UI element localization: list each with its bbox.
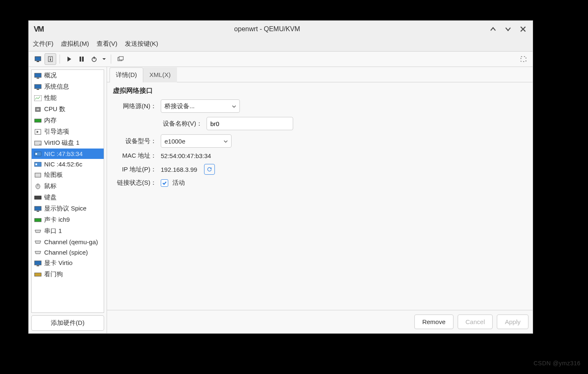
toolbar-separator xyxy=(60,54,60,64)
footer-buttons: Remove Cancel Apply xyxy=(107,310,533,333)
boot-icon xyxy=(34,129,42,135)
label-ip: IP 地址(P)： xyxy=(113,166,157,173)
sidebar-item-tablet[interactable]: 绘图板 xyxy=(32,169,104,181)
sound-icon xyxy=(34,217,42,223)
sidebar-item-channel-spice[interactable]: Channel (spice) xyxy=(32,247,104,258)
details-panel: 详情(D) XML(X) 虚拟网络接口 网络源(N)： 桥接设备... 设备名称… xyxy=(107,67,533,333)
play-icon[interactable] xyxy=(63,53,75,65)
console-button[interactable] xyxy=(32,53,44,65)
sidebar-item-label: NIC :47:b3:34 xyxy=(44,150,83,157)
sidebar-item-label: 鼠标 xyxy=(44,182,57,190)
add-hardware-button[interactable]: 添加硬件(D) xyxy=(31,315,104,331)
refresh-ip-button[interactable] xyxy=(204,164,215,175)
tabs: 详情(D) XML(X) xyxy=(107,67,533,82)
device-model-value: e1000e xyxy=(164,138,185,145)
details-button[interactable] xyxy=(45,53,56,65)
minimize-icon[interactable] xyxy=(489,25,497,33)
sidebar-item-sysinfo[interactable]: 系统信息 xyxy=(32,81,104,92)
sidebar-item-keyboard[interactable]: 键盘 xyxy=(32,192,104,203)
svg-rect-11 xyxy=(521,57,526,62)
sidebar-item-display[interactable]: 显示协议 Spice xyxy=(32,203,104,214)
apply-button[interactable]: Apply xyxy=(497,315,528,329)
sidebar-item-serial[interactable]: 串口 1 xyxy=(32,225,104,237)
device-name-input[interactable] xyxy=(207,117,293,130)
menu-view[interactable]: 查看(V) xyxy=(97,40,117,48)
titlebar: VM openwrt - QEMU/KVM xyxy=(29,21,533,37)
menubar: 文件(F) 虚拟机(M) 查看(V) 发送按键(K) xyxy=(29,37,533,51)
sidebar-item-disk[interactable]: VirtIO 磁盘 1 xyxy=(32,137,104,149)
svg-rect-10 xyxy=(119,57,123,60)
sidebar-item-label: 绘图板 xyxy=(44,171,63,179)
svg-rect-36 xyxy=(35,273,41,276)
remove-button[interactable]: Remove xyxy=(414,315,453,329)
memory-icon xyxy=(34,118,42,124)
fullscreen-icon[interactable] xyxy=(518,53,529,65)
close-icon[interactable] xyxy=(519,25,527,33)
sidebar-item-overview[interactable]: 概况 xyxy=(32,70,104,81)
svg-rect-26 xyxy=(35,163,37,165)
cancel-button[interactable]: Cancel xyxy=(458,315,493,329)
sidebar-item-performance[interactable]: 性能 xyxy=(32,92,104,104)
sidebar-item-memory[interactable]: 内存 xyxy=(32,115,104,126)
tab-xml[interactable]: XML(X) xyxy=(143,67,177,82)
svg-rect-1 xyxy=(37,61,39,62)
nic-icon xyxy=(34,161,42,167)
svg-rect-27 xyxy=(35,173,41,177)
monitor-icon xyxy=(34,260,42,266)
monitor-icon xyxy=(34,206,42,212)
snapshot-icon[interactable] xyxy=(115,53,126,65)
section-title: 虚拟网络接口 xyxy=(113,87,527,95)
svg-rect-6 xyxy=(82,57,84,62)
net-source-select[interactable]: 桥接设备... xyxy=(161,99,240,113)
label-link-state: 链接状态(S)： xyxy=(113,179,157,187)
power-icon[interactable] xyxy=(88,53,100,65)
device-model-select[interactable]: e1000e xyxy=(161,134,232,148)
svg-rect-31 xyxy=(35,206,41,211)
tab-details[interactable]: 详情(D) xyxy=(110,67,143,82)
sidebar-item-boot[interactable]: 引导选项 xyxy=(32,126,104,137)
link-state-value: 活动 xyxy=(172,179,185,187)
sidebar-item-label: 性能 xyxy=(44,94,57,102)
link-state-checkbox[interactable] xyxy=(161,179,168,187)
svg-rect-24 xyxy=(35,153,37,155)
sidebar-item-label: 引导选项 xyxy=(44,128,69,136)
sidebar-item-channel-qemu[interactable]: Channel (qemu-ga) xyxy=(32,237,104,247)
serial-icon xyxy=(34,250,42,255)
sidebar-item-label: 键盘 xyxy=(44,193,57,201)
monitor-icon xyxy=(34,84,42,90)
sidebar-item-cpus[interactable]: CPU 数 xyxy=(32,104,104,115)
toolbar-separator xyxy=(111,54,111,64)
label-mac: MAC 地址： xyxy=(113,152,157,160)
sidebar-item-label: Channel (spice) xyxy=(44,249,88,256)
sidebar-item-watchdog[interactable]: 看门狗 xyxy=(32,269,104,280)
sidebar-item-label: 显示协议 Spice xyxy=(44,205,87,213)
menu-sendkeys[interactable]: 发送按键(K) xyxy=(125,40,158,48)
menu-vm[interactable]: 虚拟机(M) xyxy=(61,40,89,48)
disk-icon xyxy=(34,140,42,146)
label-device-model: 设备型号： xyxy=(113,137,157,145)
svg-rect-32 xyxy=(37,211,39,212)
tablet-icon xyxy=(34,172,42,178)
sidebar-item-label: NIC :44:52:6c xyxy=(44,161,82,168)
pause-icon[interactable] xyxy=(76,53,87,65)
menu-file[interactable]: 文件(F) xyxy=(33,40,53,48)
svg-rect-19 xyxy=(35,119,41,122)
sidebar-item-mouse[interactable]: 鼠标 xyxy=(32,181,104,192)
keyboard-icon xyxy=(34,195,42,201)
sidebar-item-nic-1[interactable]: NIC :47:b3:34 xyxy=(32,149,104,159)
svg-rect-33 xyxy=(35,218,41,222)
sidebar-item-label: Channel (qemu-ga) xyxy=(44,238,98,245)
sidebar-item-label: 串口 1 xyxy=(44,227,62,235)
sidebar-item-label: 内存 xyxy=(44,116,57,124)
sidebar-item-sound[interactable]: 声卡 ich9 xyxy=(32,214,104,225)
maximize-icon[interactable] xyxy=(504,25,512,33)
sidebar-item-label: 显卡 Virtio xyxy=(44,259,72,267)
svg-point-3 xyxy=(50,57,51,58)
svg-rect-34 xyxy=(35,261,41,265)
sidebar-item-video[interactable]: 显卡 Virtio xyxy=(32,258,104,269)
app-window: VM openwrt - QEMU/KVM 文件(F) 虚拟机(M) 查看(V)… xyxy=(28,20,533,334)
sidebar-item-nic-2[interactable]: NIC :44:52:6c xyxy=(32,159,104,169)
sidebar-item-label: 概况 xyxy=(44,72,57,79)
svg-rect-35 xyxy=(37,265,39,266)
power-dropdown-icon[interactable] xyxy=(101,57,107,61)
